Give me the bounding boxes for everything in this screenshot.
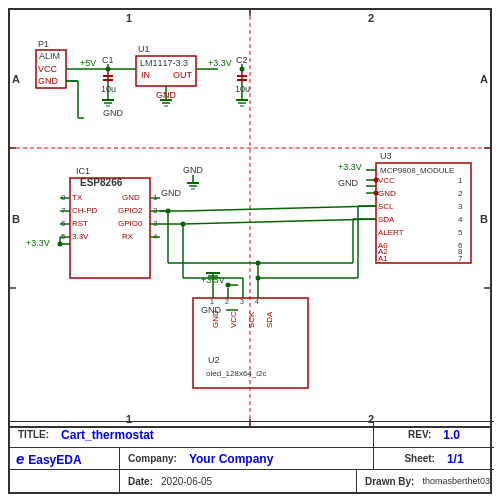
title-label: TITLE: [14,427,53,442]
drawnby-label: Drawn By: [361,474,418,489]
rev-value: 1.0 [439,426,464,444]
sheet-cell: Sheet: 1/1 [374,448,494,469]
logo-cell-2 [10,470,120,492]
title-row-1: TITLE: Cart_thermostat REV: 1.0 [10,422,494,448]
title-value: Cart_thermostat [57,426,158,444]
sheet-label: Sheet: [400,451,439,466]
title-block: TITLE: Cart_thermostat REV: 1.0 e EasyED… [10,421,494,492]
schematic-container: 1 2 1 2 A B A B P1 ALIM VCC GND +5V C1 [0,0,500,502]
company-label: Company: [124,451,181,466]
rev-label: REV: [404,427,435,442]
rev-cell: REV: 1.0 [374,422,494,447]
title-row-3: Date: 2020-06-05 Drawn By: thomasberthet… [10,470,494,492]
company-cell: Company: Your Company [120,448,374,469]
logo-cell: e EasyEDA [10,448,120,469]
date-value: 2020-06-05 [157,476,212,487]
logo-label: EasyEDA [28,453,81,467]
date-label: Date: [124,474,157,489]
sheet-value: 1/1 [443,450,468,468]
drawnby-value: thomasberthet03 [418,476,490,486]
drawnby-cell: Drawn By: thomasberthet03 [357,470,494,492]
title-row-2: e EasyEDA Company: Your Company Sheet: 1… [10,448,494,470]
title-label-cell: TITLE: Cart_thermostat [10,422,374,447]
date-cell: Date: 2020-06-05 [120,470,357,492]
schematic-border: TITLE: Cart_thermostat REV: 1.0 e EasyED… [8,8,492,494]
logo-icon: e EasyEDA [16,450,82,467]
company-value: Your Company [185,450,277,468]
